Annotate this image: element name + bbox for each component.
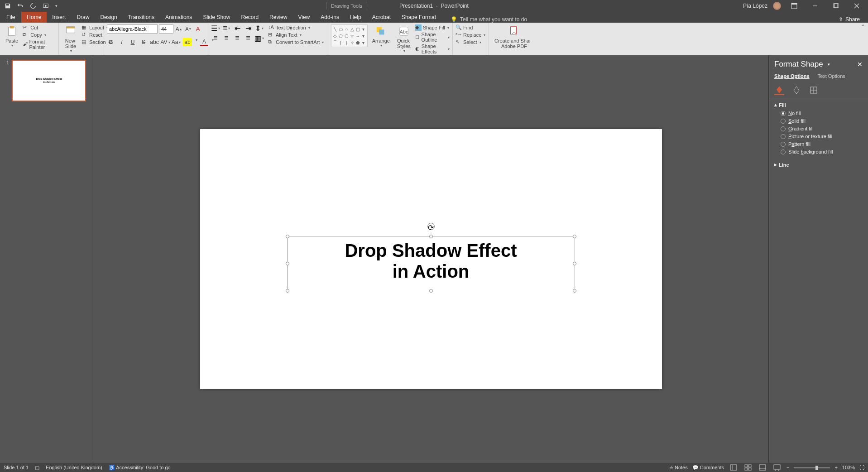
clear-formatting-button[interactable]: A̶ [194,25,202,33]
numbering-button[interactable]: ≡▾ [222,24,231,32]
user-name[interactable]: Pía López [743,3,767,9]
share-button[interactable]: ⇪ Share [839,16,868,23]
font-name-input[interactable] [107,24,158,34]
shape-outline-button[interactable]: ◻Shape Outline▾ [415,32,450,43]
accessibility-status[interactable]: ♿ Accessibility: Good to go [109,465,171,471]
tab-review[interactable]: Review [264,12,293,23]
zoom-slider[interactable] [794,467,830,468]
shadow-button[interactable]: abc [150,38,158,46]
align-center-button[interactable]: ≡ [222,34,231,42]
increase-indent-button[interactable]: ⇥ [244,24,253,32]
selected-textbox[interactable]: ⟳ Drop Shadow Effect in Action [287,236,575,291]
reading-view-button[interactable] [758,464,767,471]
tab-home[interactable]: Home [21,12,47,23]
grow-font-button[interactable]: A▲ [175,25,183,33]
size-properties-icon[interactable] [809,85,819,95]
fill-line-icon[interactable] [774,85,784,95]
font-color-button[interactable]: A [200,38,208,46]
italic-button[interactable]: I [118,38,126,46]
tab-animations[interactable]: Animations [160,12,197,23]
notes-button[interactable]: ≐ Notes [669,465,688,471]
tab-transitions[interactable]: Transitions [123,12,160,23]
resize-handle-tl[interactable] [286,235,289,238]
char-spacing-button[interactable]: AV▾ [161,38,169,46]
convert-smartart-button[interactable]: ⧉Convert to SmartArt▾ [268,39,324,45]
effects-icon[interactable] [791,85,801,95]
spell-check-icon[interactable]: ▢ [35,465,39,471]
tab-design[interactable]: Design [95,12,122,23]
quick-styles-button[interactable]: Abc Quick Styles▾ [394,24,413,54]
replace-button[interactable]: ᵃ↔Replace▾ [456,32,485,38]
tab-slideshow[interactable]: Slide Show [197,12,235,23]
slide-sorter-button[interactable] [743,464,753,471]
strikethrough-button[interactable]: S [139,38,148,46]
language-indicator[interactable]: English (United Kingdom) [46,465,102,470]
close-button[interactable] [849,1,864,11]
shape-options-tab[interactable]: Shape Options [774,73,810,79]
text-direction-button[interactable]: ↕AText Direction▾ [268,24,324,31]
save-icon[interactable] [5,3,11,9]
qat-more-icon[interactable]: ▾ [55,4,58,8]
tab-view[interactable]: View [293,12,315,23]
align-left-button[interactable]: ≡ [211,34,220,42]
maximize-button[interactable] [828,1,844,11]
resize-handle-tm[interactable] [429,235,433,238]
cut-button[interactable]: ✂Cut [23,24,56,31]
align-right-button[interactable]: ≡ [233,34,242,42]
undo-icon[interactable] [17,3,24,9]
zoom-level[interactable]: 103% [842,465,855,470]
tab-addins[interactable]: Add-ins [315,12,345,23]
tab-record[interactable]: Record [235,12,264,23]
redo-icon[interactable] [30,3,36,9]
bold-button[interactable]: B [107,38,115,46]
fit-to-window-button[interactable]: ⛶ [859,465,864,470]
shape-effects-button[interactable]: ◐Shape Effects▾ [415,43,450,54]
collapse-ribbon-icon[interactable]: ⌃ [861,24,865,30]
decrease-indent-button[interactable]: ⇤ [233,24,242,32]
paste-button[interactable]: Paste ▾ [3,24,21,48]
slideshow-view-button[interactable] [772,464,782,471]
zoom-in-button[interactable]: + [834,465,837,470]
shapes-gallery[interactable]: ╲▭○△▢▾ ◇⬠⬡☆↔▾ ⌒{}✧⬟▾ [331,24,368,47]
slide-counter[interactable]: Slide 1 of 1 [4,465,29,470]
resize-handle-mr[interactable] [573,262,576,265]
align-text-button[interactable]: ⊟Align Text▾ [268,32,324,38]
zoom-slider-thumb[interactable] [815,466,818,470]
tell-me-search[interactable]: 💡 Tell me what you want to do [451,16,527,23]
slidebg-fill-radio[interactable]: Slide background fill [781,149,863,154]
tab-draw[interactable]: Draw [71,12,95,23]
highlight-button[interactable]: ab [183,38,192,46]
line-section-header[interactable]: ▸Line [774,162,863,168]
ribbon-display-icon[interactable] [786,1,802,11]
start-from-beginning-icon[interactable] [43,3,49,9]
slide-thumbnail[interactable]: Drop Shadow Effect in Action [12,60,86,101]
tab-shapeformat[interactable]: Shape Format [396,12,441,23]
resize-handle-tr[interactable] [573,235,576,238]
slide[interactable]: ⟳ Drop Shadow Effect in Action [200,129,662,389]
resize-handle-bl[interactable] [286,289,289,293]
line-spacing-button[interactable]: ⇕▾ [254,24,264,32]
resize-handle-ml[interactable] [286,262,289,265]
columns-button[interactable]: ▥▾ [254,34,264,42]
bullets-button[interactable]: ☰▾ [211,24,220,32]
format-painter-button[interactable]: 🖌Format Painter [23,39,56,50]
fill-section-header[interactable]: ▴Fill [774,102,863,108]
textbox-content[interactable]: Drop Shadow Effect in Action [288,236,575,282]
tab-acrobat[interactable]: Acrobat [367,12,396,23]
minimize-button[interactable] [807,1,823,11]
rotate-handle[interactable]: ⟳ [427,223,435,230]
arrange-button[interactable]: Arrange▾ [369,24,393,48]
pane-menu-icon[interactable]: ▾ [828,62,830,67]
tab-help[interactable]: Help [345,12,367,23]
solid-fill-radio[interactable]: Solid fill [781,118,863,124]
select-button[interactable]: ↖Select▾ [456,39,485,45]
find-button[interactable]: 🔍Find [456,24,485,31]
shape-fill-button[interactable]: ◆Shape Fill▾ [415,24,450,31]
user-avatar[interactable] [773,2,781,10]
resize-handle-bm[interactable] [429,289,433,293]
resize-handle-br[interactable] [573,289,576,293]
change-case-button[interactable]: Aa▾ [172,38,180,46]
font-size-input[interactable] [159,24,173,34]
underline-button[interactable]: U [129,38,137,46]
new-slide-button[interactable]: New Slide ▾ [62,24,80,54]
